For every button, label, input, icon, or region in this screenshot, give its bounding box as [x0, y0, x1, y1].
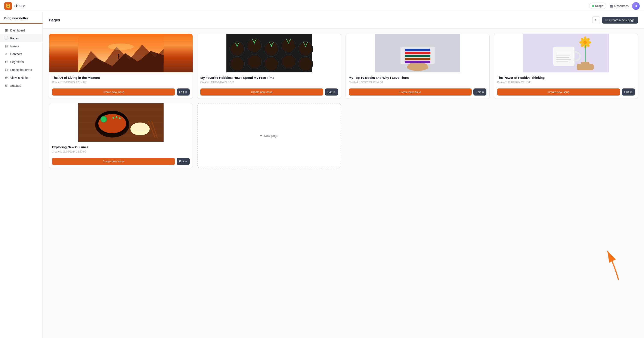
create-new-page-button[interactable]: N Create a new page — [602, 17, 638, 24]
svg-point-22 — [265, 42, 278, 55]
card-date: Created: 13/09/2024 22:57:00 — [200, 81, 338, 84]
edit-label-4: Edit — [179, 160, 184, 163]
header-left: 🐱 ‹ Home — [4, 2, 25, 10]
card-body: My Favorite Hobbies: How I Spend My Free… — [197, 72, 341, 88]
svg-rect-35 — [405, 58, 430, 60]
dashboard-icon: ⊞ — [4, 28, 8, 32]
card-title: The Art of Living in the Moment — [52, 75, 190, 80]
pages-grid-wrapper: The Art of Living in the Moment Created:… — [43, 29, 644, 338]
card-image-flower — [494, 34, 638, 72]
sidebar-item-label: Settings — [10, 84, 21, 87]
card-body: The Power of Positive Thinking Created: … — [494, 72, 638, 88]
svg-point-73 — [101, 117, 106, 122]
edit-icon-2: ⧉ — [482, 91, 484, 94]
card-image-plants — [197, 34, 341, 72]
create-issue-button-4[interactable]: Create new issue — [52, 158, 175, 165]
refresh-icon: ↻ — [594, 18, 598, 22]
svg-point-25 — [231, 57, 244, 70]
card-date: Created: 13/09/2024 22:57:00 — [349, 81, 486, 84]
contacts-icon: ○ — [4, 52, 8, 56]
content-area: Pages ↻ N Create a new page — [43, 12, 644, 338]
sidebar-item-dashboard[interactable]: ⊞ Dashboard — [0, 26, 42, 34]
sidebar-item-label: View in Notion — [10, 76, 29, 79]
create-issue-button-2[interactable]: Create new issue — [349, 88, 472, 96]
card-actions: Create new issue Edit ⧉ — [346, 88, 490, 99]
create-issue-button-1[interactable]: Create new issue — [200, 88, 323, 96]
edit-button-3[interactable]: Edit ⧉ — [622, 88, 635, 96]
arrow-annotation — [601, 247, 627, 282]
resources-button[interactable]: ▦ Resources — [610, 4, 628, 8]
svg-point-74 — [116, 116, 118, 118]
svg-rect-34 — [405, 55, 430, 57]
create-issue-button-3[interactable]: Create new issue — [497, 88, 620, 96]
card-title: My Top 10 Books and Why I Love Them — [349, 75, 486, 80]
subscribe-forms-icon: ⊟ — [4, 68, 8, 72]
app-logo: 🐱 — [4, 2, 12, 10]
edit-button-2[interactable]: Edit ⧉ — [474, 88, 486, 96]
edit-label-2: Edit — [476, 90, 481, 94]
edit-icon-0: ⧉ — [185, 91, 187, 94]
segments-icon: ⊙ — [4, 60, 8, 64]
settings-icon: ⚙ — [4, 84, 8, 88]
card-date: Created: 13/09/2024 22:57:00 — [52, 150, 190, 153]
card-title: Exploring New Cuisines — [52, 145, 190, 149]
sidebar-item-segments[interactable]: ⊙ Segments — [0, 58, 42, 66]
page-card-positive-thinking: The Power of Positive Thinking Created: … — [494, 34, 638, 99]
card-image-food — [49, 103, 193, 142]
svg-point-4 — [118, 54, 119, 56]
brand-name: Blog newsletter — [0, 16, 42, 24]
card-actions: Create new issue Edit ⧉ — [49, 158, 193, 168]
pages-header: Pages ↻ N Create a new page — [43, 12, 644, 29]
new-page-content: + New page — [260, 133, 278, 138]
edit-button-0[interactable]: Edit ⧉ — [176, 88, 190, 96]
sidebar-item-label: Pages — [10, 37, 19, 40]
edit-label-1: Edit — [328, 90, 332, 94]
edit-icon-1: ⧉ — [334, 91, 336, 94]
svg-rect-40 — [553, 47, 574, 66]
card-title: My Favorite Hobbies: How I Spend My Free… — [200, 75, 338, 80]
sidebar-item-subscribe-forms[interactable]: ⊟ Subscribe forms — [0, 66, 42, 74]
create-page-label: Create a new page — [609, 19, 634, 22]
sidebar-item-label: Dashboard — [10, 29, 25, 32]
svg-point-69 — [132, 123, 148, 131]
back-arrow-icon: ‹ — [14, 4, 15, 8]
usage-dot-icon — [592, 5, 594, 7]
edit-button-4[interactable]: Edit ⧉ — [176, 158, 190, 165]
svg-point-76 — [112, 117, 114, 119]
card-date: Created: 13/09/2024 22:57:00 — [52, 81, 190, 84]
svg-rect-32 — [405, 49, 430, 51]
home-label: Home — [16, 4, 25, 8]
svg-point-28 — [282, 55, 295, 68]
pages-title: Pages — [49, 18, 60, 23]
sidebar-item-contacts[interactable]: ○ Contacts — [0, 50, 42, 58]
card-body: My Top 10 Books and Why I Love Them Crea… — [346, 72, 490, 88]
view-in-notion-icon: ⊕ — [4, 76, 8, 80]
sidebar-item-label: Issues — [10, 45, 19, 48]
svg-point-24 — [299, 42, 312, 55]
sidebar-item-label: Segments — [10, 60, 24, 64]
avatar[interactable]: U — [632, 2, 640, 10]
page-card-new-cuisines: Exploring New Cuisines Created: 13/09/20… — [49, 103, 193, 168]
card-image-mountain — [49, 34, 193, 72]
card-image-books — [346, 34, 490, 72]
svg-point-26 — [248, 55, 261, 68]
sidebar-item-issues[interactable]: ⊡ Issues — [0, 42, 42, 50]
top-header: 🐱 ‹ Home Usage ▦ Resources U — [0, 0, 644, 12]
edit-button-1[interactable]: Edit ⧉ — [325, 88, 338, 96]
edit-icon-3: ⧉ — [630, 91, 632, 94]
resources-label: Resources — [614, 4, 628, 8]
refresh-button[interactable]: ↻ — [592, 16, 600, 24]
sidebar-item-pages[interactable]: ☰ Pages — [0, 34, 42, 42]
usage-button[interactable]: Usage — [589, 3, 606, 9]
new-page-label: New page — [264, 134, 278, 137]
header-right: Usage ▦ Resources U — [589, 2, 640, 10]
card-actions: Create new issue Edit ⧉ — [494, 88, 638, 99]
create-issue-button-0[interactable]: Create new issue — [52, 88, 175, 96]
new-page-card[interactable]: + New page — [197, 103, 341, 168]
svg-point-3 — [108, 44, 134, 50]
sidebar-item-settings[interactable]: ⚙ Settings — [0, 82, 42, 90]
page-card-top-10-books: My Top 10 Books and Why I Love Them Crea… — [346, 34, 490, 99]
svg-point-23 — [282, 39, 295, 52]
sidebar-item-view-in-notion[interactable]: ⊕ View in Notion — [0, 74, 42, 82]
back-button[interactable]: ‹ Home — [14, 4, 25, 8]
